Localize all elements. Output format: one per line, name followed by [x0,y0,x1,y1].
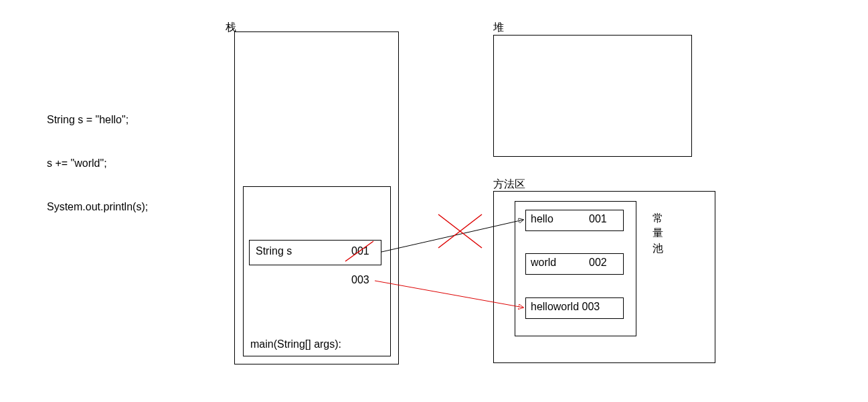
stack-var-addr-old: 001 [351,245,369,257]
heap-box [493,35,692,157]
method-area-label: 方法区 [493,178,525,192]
constant-pool-label: 常 量 池 [653,211,663,256]
constant-pool-char3: 池 [653,241,663,256]
code-line-1: String s = "hello"; [47,114,128,126]
stack-frame-method: main(String[] args): [250,338,341,350]
pool-entry-1-addr: 001 [589,213,607,225]
stack-frame-box [243,186,391,356]
pool-entry-2-text: world [531,257,556,269]
heap-label: 堆 [493,21,504,35]
code-line-2: s += "world"; [47,157,107,170]
constant-pool-char1: 常 [653,211,663,226]
pool-entry-1-text: hello [531,213,553,225]
constant-pool-char2: 量 [653,226,663,241]
code-line-3: System.out.println(s); [47,201,148,213]
pool-entry-3-text: helloworld 003 [531,301,600,313]
stack-var-addr-new: 003 [351,274,369,286]
cross-out-icon [438,214,482,248]
stack-var-label: String s [256,245,292,257]
svg-line-1 [438,214,482,248]
svg-line-0 [438,214,482,248]
pool-entry-2-addr: 002 [589,257,607,269]
